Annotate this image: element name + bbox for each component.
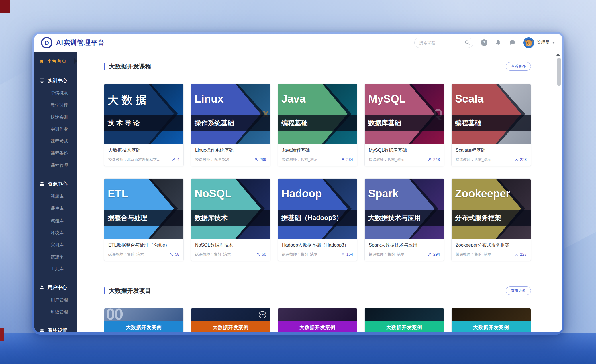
user-menu[interactable]: 管理员 <box>523 37 555 48</box>
cover-big-title: Java <box>281 93 306 105</box>
enroll-count: 58 <box>169 252 179 257</box>
search-icon[interactable] <box>464 40 470 45</box>
divider <box>38 71 77 71</box>
course-title: MySQL数据库基础 <box>369 147 440 154</box>
cover-big-title: ETL <box>108 188 128 200</box>
sidebar-item-label: 教学课程 <box>51 103 68 108</box>
sidebar-item[interactable]: 环境库 <box>34 227 77 239</box>
cover-subtitle: 大数据技术与应用 <box>368 210 421 226</box>
bell-icon[interactable] <box>495 39 501 46</box>
sidebar-section-system-settings[interactable]: 系统设置 <box>34 324 77 332</box>
sidebar-item-home[interactable]: 平台首页 <box>34 54 77 68</box>
project-cover: ••• <box>365 308 444 321</box>
sidebar-item[interactable]: 实训作业 <box>34 123 77 135</box>
sidebar-item[interactable]: 用户管理 <box>34 294 77 306</box>
course-title: Linux操作系统基础 <box>195 147 266 154</box>
sidebar-item[interactable]: 视频库 <box>34 190 77 202</box>
course-cover: 大 数 据 技 术 导 论 <box>104 84 183 144</box>
wallpaper-artifact <box>0 0 10 13</box>
app-logo-icon: D <box>41 37 52 48</box>
cover-subtitle: 据整合与处理 <box>108 210 147 226</box>
scrollbar-up-arrow-icon[interactable] <box>556 53 560 56</box>
sidebar-item[interactable]: 课件库 <box>34 202 77 215</box>
sidebar-item[interactable]: 学情概览 <box>34 87 77 99</box>
project-card[interactable]: 00 ••• 大数据开发案例 <box>104 308 184 332</box>
project-card[interactable]: ••• 大数据开发案例 <box>364 308 444 332</box>
project-card[interactable]: ••• 大数据开发案例 <box>278 308 357 332</box>
section-title: 大数据开发课程 <box>109 62 151 70</box>
course-title: Spark大数据技术与应用 <box>369 242 440 248</box>
course-teacher: 授课教师：管理员10 <box>195 157 229 162</box>
help-icon[interactable]: ? <box>481 39 487 46</box>
cover-subtitle: 编程基础 <box>281 115 308 131</box>
project-section: 大数据开发项目 查看更多 00 ••• 大数据开发案例 ••• 大数据开发案例 … <box>104 261 531 332</box>
enroll-count: 294 <box>428 252 440 257</box>
course-teacher: 授课教师：售前_演示 <box>456 252 491 257</box>
person-icon <box>515 252 519 256</box>
section-title: 大数据开发项目 <box>109 287 151 295</box>
divider <box>38 278 77 278</box>
enroll-count: 239 <box>254 157 266 162</box>
sidebar-section-label: 资源中心 <box>48 181 67 187</box>
person-icon <box>341 252 345 256</box>
project-cover: ••• <box>278 308 357 321</box>
course-card[interactable]: Hadoop 据基础（Hadoop3） Hadoop大数据基础（Hadoop3）… <box>278 178 357 261</box>
sidebar-item-label: 课程备份 <box>51 151 68 156</box>
course-card[interactable]: MySQ MySQL 数据库基础 MySQL数据库基础 授课教师：售前_演示 2… <box>364 84 444 166</box>
sidebar-item-label: 视频库 <box>51 194 64 199</box>
sidebar-section-user-center[interactable]: 用户中心 <box>34 281 77 294</box>
course-card[interactable]: 大 数 据 技 术 导 论 大数据技术基础 授课教师：北京市对外贸易学校教...… <box>104 84 184 166</box>
enroll-count-value: 294 <box>433 252 440 257</box>
enroll-count-value: 154 <box>346 252 353 257</box>
course-card[interactable]: Java 编程基础 Java编程基础 授课教师：售前_演示 234 <box>278 84 357 166</box>
course-teacher: 授课教师：售前_演示 <box>456 157 491 162</box>
sidebar-item-label: 实训作业 <box>51 127 68 132</box>
course-teacher: 授课教师：售前_演示 <box>108 252 144 257</box>
enroll-count-value: 228 <box>520 157 527 162</box>
course-card[interactable]: ETL 据整合与处理 ETL数据整合与处理（Kettle） 授课教师：售前_演示… <box>104 178 184 261</box>
course-card[interactable]: Spark 大数据技术与应用 Spark大数据技术与应用 授课教师：售前_演示 … <box>364 178 444 261</box>
course-card[interactable]: Scala 编程基础 Scala编程基础 授课教师：售前_演示 228 <box>451 84 531 166</box>
scrollbar-thumb[interactable] <box>557 58 561 86</box>
divider <box>38 174 77 174</box>
project-card[interactable]: ••• 大数据开发案例 <box>191 308 270 332</box>
sidebar-item[interactable]: 试题库 <box>34 215 77 227</box>
course-teacher: 授课教师：北京市对外贸易学校教... <box>108 157 162 162</box>
course-title: Zookeeper分布式服务框架 <box>456 242 527 248</box>
course-title: 大数据技术基础 <box>108 147 179 154</box>
course-teacher: 授课教师：售前_演示 <box>282 157 317 162</box>
sidebar-item-label: 班级管理 <box>51 309 68 315</box>
course-title: Hadoop大数据基础（Hadoop3） <box>282 242 353 248</box>
sidebar-item[interactable]: 课程考试 <box>34 135 77 147</box>
view-more-button[interactable]: 查看更多 <box>506 62 531 71</box>
enroll-count-value: 239 <box>260 157 266 162</box>
person-icon <box>254 158 258 162</box>
project-cover: 00 ••• <box>104 308 183 321</box>
sidebar-item-label: 课件库 <box>51 206 64 211</box>
person-icon <box>515 158 519 162</box>
sidebar-item[interactable]: 课程备份 <box>34 147 77 159</box>
sidebar-item[interactable]: 教学课程 <box>34 99 77 111</box>
course-card[interactable]: Zookeeper 分布式服务框架 Zookeeper分布式服务框架 授课教师：… <box>451 178 531 261</box>
course-card[interactable]: Linux Linux 操作系统基础 Linux操作系统基础 授课教师：管理员1… <box>191 84 270 166</box>
course-title: ETL数据整合与处理（Kettle） <box>108 242 179 248</box>
sidebar-item-label: 试题库 <box>51 218 64 223</box>
sidebar-section-training-center[interactable]: 实训中心 <box>34 74 77 87</box>
cover-subtitle: 编程基础 <box>455 115 481 131</box>
avatar <box>523 37 534 48</box>
sidebar-item[interactable]: 数据集 <box>34 251 77 263</box>
chat-icon[interactable] <box>509 39 516 46</box>
course-cover: Java 编程基础 <box>278 84 357 144</box>
sidebar-item[interactable]: 快速实训 <box>34 111 77 123</box>
view-more-button[interactable]: 查看更多 <box>506 286 531 295</box>
sidebar-item[interactable]: 工具库 <box>34 263 77 275</box>
user-name: 管理员 <box>537 40 550 45</box>
sidebar-item[interactable]: 班级管理 <box>34 306 77 318</box>
brand: D AI实训管理平台 <box>41 37 105 48</box>
sidebar-section-resource-center[interactable]: 资源中心 <box>34 177 77 190</box>
sidebar-item[interactable]: 实训库 <box>34 239 77 251</box>
course-card[interactable]: NoSQL 数据库技术 NoSQL数据库技术 授课教师：售前_演示 60 <box>191 178 270 261</box>
sidebar-item[interactable]: 课程管理 <box>34 159 77 171</box>
person-icon <box>428 252 432 256</box>
project-card[interactable]: ••• 大数据开发案例 <box>451 308 531 332</box>
